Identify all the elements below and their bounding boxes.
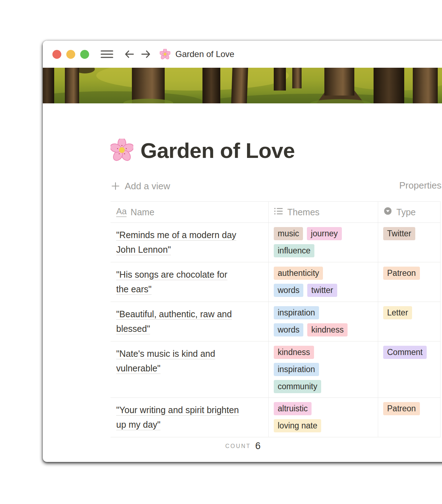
themes-cell[interactable]: kindnessinspirationcommunity xyxy=(268,341,378,397)
app-window: Garden of Love xyxy=(43,41,442,462)
type-tag: Comment xyxy=(383,346,427,359)
table-row: "Nate's music is kind and vulnerable"kin… xyxy=(110,341,441,398)
type-tag: Twitter xyxy=(383,227,415,240)
theme-tag: authenticity xyxy=(274,267,323,280)
table-row: "Your writing and spirit brighten up my … xyxy=(110,398,441,437)
row-title-link[interactable]: "Reminds me of a modern day John Lennon" xyxy=(116,230,236,254)
theme-tag: journey xyxy=(307,227,341,240)
table-rows: "Reminds me of a modern day John Lennon"… xyxy=(110,223,441,437)
database-table: Aa Name Themes Type xyxy=(110,201,441,455)
column-label: Themes xyxy=(287,207,319,217)
name-cell[interactable]: "Reminds me of a modern day John Lennon" xyxy=(110,223,268,262)
theme-chip-line: inspiration xyxy=(274,363,375,376)
theme-chip-line: loving nate xyxy=(274,419,375,432)
plus-icon xyxy=(110,181,120,191)
name-cell[interactable]: "His songs are chocolate for the ears" xyxy=(110,262,268,302)
type-tag: Patreon xyxy=(383,267,420,280)
column-header-name[interactable]: Aa Name xyxy=(110,202,268,222)
add-view-button[interactable]: Add a view xyxy=(110,181,170,192)
theme-tag: loving nate xyxy=(274,419,321,432)
theme-tag: words xyxy=(274,284,303,297)
name-cell[interactable]: "Beautiful, authentic, raw and blessed" xyxy=(110,302,268,341)
name-cell[interactable]: "Nate's music is kind and vulnerable" xyxy=(110,341,268,397)
theme-chip-line: wordstwitter xyxy=(274,284,375,297)
window-title: Garden of Love xyxy=(175,49,234,59)
table-row: "His songs are chocolate for the ears"au… xyxy=(110,262,441,302)
back-arrow-icon[interactable] xyxy=(124,49,135,60)
theme-chip-line: influence xyxy=(274,244,375,257)
table-row: "Reminds me of a modern day John Lennon"… xyxy=(110,223,441,262)
theme-tag: influence xyxy=(274,244,314,257)
cherry-blossom-icon xyxy=(160,49,170,60)
theme-tag: twitter xyxy=(307,284,337,297)
zoom-window-button[interactable] xyxy=(80,50,89,59)
cherry-blossom-icon xyxy=(110,139,133,163)
text-property-icon: Aa xyxy=(116,207,127,217)
themes-cell[interactable]: authenticitywordstwitter xyxy=(268,262,378,302)
select-property-icon xyxy=(383,206,392,218)
theme-tag: music xyxy=(274,227,303,240)
theme-chip-line: altruistic xyxy=(274,402,375,415)
theme-chip-line: kindness xyxy=(274,346,375,359)
close-window-button[interactable] xyxy=(52,50,61,59)
type-tag: Letter xyxy=(383,306,412,319)
menu-icon[interactable] xyxy=(101,49,113,59)
type-cell[interactable]: Patreon xyxy=(378,398,441,437)
theme-tag: kindness xyxy=(307,323,348,336)
theme-tag: inspiration xyxy=(274,306,319,319)
row-title-link[interactable]: "His songs are chocolate for the ears" xyxy=(116,269,227,294)
type-cell[interactable]: Comment xyxy=(378,341,441,397)
row-title-link[interactable]: "Nate's music is kind and vulnerable" xyxy=(116,349,215,373)
themes-cell[interactable]: altruisticloving nate xyxy=(268,398,378,437)
type-cell[interactable]: Letter xyxy=(378,302,441,341)
bulleted-list-icon xyxy=(274,206,283,218)
table-footer: COUNT 6 xyxy=(110,437,441,455)
theme-tag: kindness xyxy=(274,346,314,359)
table-header: Aa Name Themes Type xyxy=(110,201,441,223)
row-title-link[interactable]: "Beautiful, authentic, raw and blessed" xyxy=(116,309,232,334)
name-text-wrap: "Nate's music is kind and vulnerable" xyxy=(116,346,239,376)
name-text-wrap: "His songs are chocolate for the ears" xyxy=(116,267,239,297)
page-title-text: Garden of Love xyxy=(140,138,295,163)
name-text-wrap: "Reminds me of a modern day John Lennon" xyxy=(116,228,239,257)
table-row: "Beautiful, authentic, raw and blessed"i… xyxy=(110,302,441,341)
row-title-link[interactable]: "Your writing and spirit brighten up my … xyxy=(116,405,239,430)
theme-chip-line: wordskindness xyxy=(274,323,375,336)
theme-tag: community xyxy=(274,380,321,393)
add-view-label: Add a view xyxy=(125,181,170,192)
theme-chip-line: inspiration xyxy=(274,306,375,319)
minimize-window-button[interactable] xyxy=(66,50,75,59)
column-header-themes[interactable]: Themes xyxy=(268,202,378,222)
column-label: Name xyxy=(130,207,154,217)
type-tag: Patreon xyxy=(383,402,420,415)
name-text-wrap: "Your writing and spirit brighten up my … xyxy=(116,403,239,432)
type-cell[interactable]: Patreon xyxy=(378,262,441,302)
themes-cell[interactable]: musicjourneyinfluence xyxy=(268,223,378,262)
forward-arrow-icon[interactable] xyxy=(140,49,151,60)
theme-chip-line: community xyxy=(274,380,375,393)
type-cell[interactable]: Twitter xyxy=(378,223,441,262)
count-value: 6 xyxy=(255,441,261,452)
cover-image xyxy=(43,68,442,103)
count-label[interactable]: COUNT xyxy=(225,443,251,449)
page-content: Garden of Love Add a view Properties Aa … xyxy=(43,138,442,455)
themes-cell[interactable]: inspirationwordskindness xyxy=(268,302,378,341)
column-label: Type xyxy=(396,207,416,217)
name-text-wrap: "Beautiful, authentic, raw and blessed" xyxy=(116,307,239,336)
page-title: Garden of Love xyxy=(110,138,442,163)
theme-chip-line: musicjourney xyxy=(274,227,375,240)
theme-chip-line: authenticity xyxy=(274,267,375,280)
theme-tag: words xyxy=(274,323,303,336)
window-titlebar: Garden of Love xyxy=(43,41,442,68)
view-toolbar: Add a view Properties xyxy=(110,178,442,194)
theme-tag: inspiration xyxy=(274,363,319,376)
name-cell[interactable]: "Your writing and spirit brighten up my … xyxy=(110,398,268,437)
properties-button[interactable]: Properties xyxy=(399,180,442,191)
theme-tag: altruistic xyxy=(274,402,312,415)
screen: Garden of Love xyxy=(0,0,442,504)
column-header-type[interactable]: Type xyxy=(378,202,441,222)
